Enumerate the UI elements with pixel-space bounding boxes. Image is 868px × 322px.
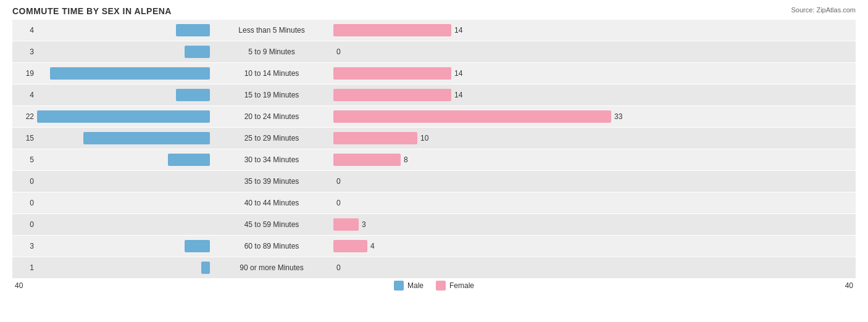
row-label: 45 to 59 Minutes <box>210 220 333 229</box>
chart-area: 4Less than 5 Minutes1435 to 9 Minutes019… <box>12 20 856 278</box>
female-bar <box>333 67 451 80</box>
male-value: 19 <box>18 69 34 78</box>
bar-row: 040 to 44 Minutes0 <box>12 192 856 213</box>
bar-row: 1910 to 14 Minutes14 <box>12 63 856 84</box>
axis-left-label: 40 <box>15 281 23 290</box>
female-bar <box>333 154 401 166</box>
legend-male-label: Male <box>407 281 424 290</box>
legend-male-box <box>394 281 404 291</box>
male-bar <box>168 154 210 166</box>
row-label: 40 to 44 Minutes <box>210 199 333 207</box>
male-bar <box>37 110 210 123</box>
male-value: 3 <box>18 47 34 56</box>
female-value: 8 <box>404 155 420 164</box>
bar-row: 035 to 39 Minutes0 <box>12 171 856 192</box>
row-label: 30 to 34 Minutes <box>210 155 333 164</box>
male-value: 5 <box>18 155 34 164</box>
row-label: 10 to 14 Minutes <box>210 69 333 78</box>
legend-female-label: Female <box>449 281 474 290</box>
female-value: 14 <box>454 91 470 99</box>
male-value: 3 <box>18 242 34 250</box>
female-value: 14 <box>454 26 470 35</box>
bar-row: 415 to 19 Minutes14 <box>12 85 856 105</box>
legend-female-box <box>436 281 446 291</box>
female-value: 14 <box>454 69 470 78</box>
male-bar <box>176 89 210 101</box>
female-bar <box>333 240 367 252</box>
legend-female: Female <box>436 281 474 291</box>
male-value: 0 <box>18 199 34 207</box>
bar-row: 35 to 9 Minutes0 <box>12 41 856 62</box>
legend: Male Female <box>394 281 474 291</box>
female-value: 10 <box>420 134 436 142</box>
row-label: 90 or more Minutes <box>210 263 333 272</box>
male-value: 4 <box>18 91 34 99</box>
chart-container: COMMUTE TIME BY SEX IN ALPENA Source: Zi… <box>0 0 868 322</box>
bar-row: 1525 to 29 Minutes10 <box>12 128 856 149</box>
chart-footer: 40 Male Female 40 <box>12 281 856 291</box>
bar-row: 190 or more Minutes0 <box>12 257 856 278</box>
male-bar <box>185 240 210 252</box>
row-label: 25 to 29 Minutes <box>210 134 333 142</box>
row-label: 20 to 24 Minutes <box>210 112 333 121</box>
legend-male: Male <box>394 281 424 291</box>
bar-row: 4Less than 5 Minutes14 <box>12 20 856 41</box>
male-value: 0 <box>18 177 34 186</box>
male-bar <box>176 24 210 36</box>
male-value: 0 <box>18 220 34 229</box>
bar-row: 530 to 34 Minutes8 <box>12 149 856 170</box>
female-bar <box>333 110 611 123</box>
female-value: 4 <box>370 242 386 250</box>
chart-title: COMMUTE TIME BY SEX IN ALPENA <box>12 6 856 16</box>
bar-row: 045 to 59 Minutes3 <box>12 214 856 235</box>
male-value: 1 <box>18 263 34 272</box>
female-value: 0 <box>336 263 353 272</box>
female-value: 0 <box>336 199 353 207</box>
male-value: 15 <box>18 134 34 142</box>
row-label: Less than 5 Minutes <box>210 26 333 35</box>
male-bar <box>185 46 210 58</box>
male-bar <box>50 67 210 80</box>
bar-row: 2220 to 24 Minutes33 <box>12 106 856 127</box>
male-bar <box>83 132 210 144</box>
row-label: 35 to 39 Minutes <box>210 177 333 186</box>
female-value: 0 <box>336 47 353 56</box>
female-bar <box>333 24 451 36</box>
female-value: 0 <box>336 177 353 186</box>
row-label: 15 to 19 Minutes <box>210 91 333 99</box>
row-label: 60 to 89 Minutes <box>210 242 333 250</box>
axis-right-label: 40 <box>845 281 853 290</box>
bar-row: 360 to 89 Minutes4 <box>12 236 856 257</box>
source-label: Source: ZipAtlas.com <box>791 6 856 14</box>
male-value: 22 <box>18 112 34 121</box>
male-value: 4 <box>18 26 34 35</box>
female-value: 33 <box>614 112 630 121</box>
female-bar <box>333 132 417 144</box>
female-bar <box>333 89 451 101</box>
row-label: 5 to 9 Minutes <box>210 47 333 56</box>
female-bar <box>333 218 359 231</box>
female-value: 3 <box>362 220 378 229</box>
male-bar <box>201 262 210 274</box>
